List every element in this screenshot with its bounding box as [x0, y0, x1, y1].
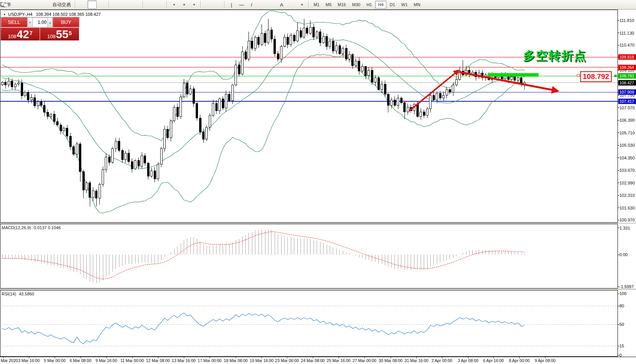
crosshair-icon[interactable] — [213, 0, 222, 9]
timeframe-button-D1[interactable]: D1 — [387, 1, 398, 8]
price-axis-label: 111.810 — [619, 18, 634, 23]
toolbar-right-group — [609, 0, 633, 9]
main-chart-canvas[interactable] — [0, 10, 636, 223]
date-axis-label: 8 Apr 00:00 — [509, 358, 530, 363]
rsi-axis-label: 50 — [619, 322, 624, 327]
buy-button[interactable]: BUY — [53, 17, 79, 27]
macd-axis-label: 0.00 — [619, 252, 628, 257]
date-axis-label: 9 Apr 08:00 — [535, 358, 555, 363]
horizontal-line-tool-icon[interactable]: — — [237, 0, 246, 9]
timeframe-switcher: M1M5M15M30H1H4D1W1MN — [310, 1, 423, 8]
auto-scroll-icon[interactable] — [145, 0, 154, 9]
date-axis-label: 24 Mar 08:00 — [301, 358, 325, 363]
rsi-pane-canvas[interactable] — [0, 290, 636, 357]
channel-tool-icon[interactable]: E — [257, 0, 266, 9]
price-axis-badge: 109.818 — [618, 54, 636, 60]
sell-price[interactable]: 108 42 7 — [1, 28, 40, 40]
buy-price-sup: 5 — [69, 30, 72, 36]
timeframe-button-H4[interactable]: H4 — [375, 1, 386, 8]
price-axis-badge: 108.427 — [618, 80, 636, 86]
price-axis-label: 101.630 — [619, 205, 635, 211]
timeframe-button-M5[interactable]: M5 — [323, 1, 334, 8]
toolbar-separator — [166, 1, 167, 8]
date-axis-label: 30 Mar 08:00 — [379, 358, 403, 363]
buy-price[interactable]: 108 55 5 — [40, 28, 79, 40]
price-axis-label: 102.310 — [619, 193, 635, 198]
price-axis-badge: 108.792 — [618, 73, 636, 79]
rsi-axis-label: 100 — [619, 291, 626, 296]
price-axis-badge: 107.909 — [618, 89, 636, 95]
toolbar-separator — [143, 1, 143, 8]
turning-point-annotation: 多空转折点 — [523, 48, 587, 64]
signal-icon[interactable] — [40, 0, 50, 9]
price-axis-badge: 109.264 — [618, 65, 636, 70]
macd-values: 0.0137 0.1046 — [34, 225, 60, 230]
buy-price-prefix: 108 — [47, 34, 56, 39]
rsi-axis-label: 0 — [619, 352, 622, 358]
date-axis-label: 23 Mar 00:00 — [275, 358, 299, 363]
trendline-tool-icon[interactable]: / — [247, 0, 256, 9]
highlight-zone-bar[interactable] — [488, 73, 539, 77]
timeframe-button-MN[interactable]: MN — [411, 1, 423, 8]
price-axis-label: 100.970 — [619, 217, 635, 223]
zoom-in-icon[interactable] — [111, 0, 121, 9]
timeframe-button-M30[interactable]: M30 — [349, 1, 363, 8]
volume-decrease-button[interactable]: ▼ — [27, 17, 33, 27]
dropdown-caret: ▼ — [183, 3, 186, 7]
date-axis-label: 5 Mar 00:00 — [44, 358, 65, 363]
price-axis-label: 105.710 — [619, 130, 635, 136]
timeframe-button-W1[interactable]: W1 — [399, 1, 411, 8]
rsi-axis-label: 15 — [619, 343, 624, 349]
history-center-icon[interactable] — [20, 0, 30, 9]
date-axis[interactable]: Mar 20203 Mar 16:005 Mar 00:006 Mar 08:0… — [0, 357, 636, 364]
price-axis-label: 103.670 — [619, 168, 635, 173]
bar-chart-icon[interactable] — [77, 0, 87, 9]
date-axis-label: 9 Mar 16:00 — [96, 358, 117, 363]
chat-icon[interactable] — [623, 0, 633, 9]
volume-increase-button[interactable]: ▲ — [47, 17, 53, 27]
volume-input[interactable] — [33, 17, 47, 27]
price-level-flag[interactable]: 108.792 — [580, 71, 612, 82]
sell-price-sup: 7 — [30, 30, 33, 36]
zoom-out-icon[interactable] — [121, 0, 131, 9]
label-tool-icon[interactable]: T — [287, 0, 296, 9]
templates-icon[interactable]: ▼ — [189, 0, 198, 9]
rsi-title: RSI(14) — [2, 292, 16, 296]
search-icon[interactable] — [610, 0, 619, 9]
chart-shift-icon[interactable] — [155, 0, 164, 9]
vertical-line-tool-icon[interactable]: | — [227, 0, 236, 9]
date-axis-label: 6 Mar 08:00 — [70, 358, 91, 363]
date-axis-label: 3 Apr 08:00 — [458, 358, 478, 363]
text-tool-icon[interactable]: A — [277, 0, 286, 9]
timeframe-button-M1[interactable]: M1 — [311, 1, 322, 8]
indicators-icon[interactable]: ▼ — [169, 0, 178, 9]
line-chart-icon[interactable] — [97, 0, 107, 9]
toolbar-separator — [200, 1, 201, 8]
cursor-icon[interactable] — [203, 0, 212, 9]
macd-axis-label: -1.5997 — [619, 284, 634, 289]
dropdown-caret: ▼ — [193, 3, 196, 7]
timeframes-icon[interactable]: ▼ — [179, 0, 188, 9]
date-axis-label: 18 Mar 08:00 — [224, 358, 248, 363]
date-axis-label: 2 Apr 00:00 — [431, 358, 452, 363]
timeframe-button-H1[interactable]: H1 — [364, 1, 374, 8]
tile-windows-icon[interactable] — [131, 0, 141, 9]
mt4-window: 新订单 自动交易 — [0, 0, 636, 364]
auto-trading-button[interactable]: 自动交易 — [50, 0, 73, 9]
sell-price-big: 42 — [17, 29, 29, 40]
price-axis-label: 110.470 — [619, 42, 634, 48]
macd-pane-canvas[interactable] — [0, 224, 636, 289]
market-watch-icon[interactable] — [30, 0, 40, 9]
candlestick-chart-icon[interactable] — [87, 0, 97, 9]
price-axis-label: 102.990 — [619, 180, 635, 186]
auto-trading-label: 自动交易 — [52, 2, 71, 8]
timeframe-button-M15[interactable]: M15 — [335, 1, 349, 8]
sell-button[interactable]: SELL — [1, 17, 27, 27]
arrows-tool-icon[interactable]: ▼ — [297, 0, 306, 9]
volume-control: ▼ ▲ — [27, 17, 53, 27]
date-axis-label: 17 Mar 00:00 — [198, 358, 222, 363]
price-axis-badge: 107.417 — [618, 99, 636, 104]
window-marker-icon: ▲ — [3, 13, 6, 15]
fibonacci-tool-icon[interactable]: F — [267, 0, 276, 9]
price-axis-label: 107.070 — [619, 105, 635, 111]
